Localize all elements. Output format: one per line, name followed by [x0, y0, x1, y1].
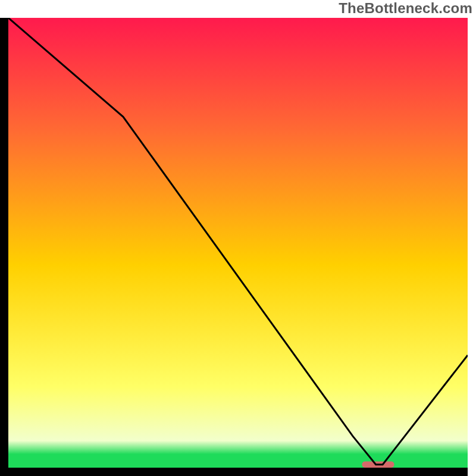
plot-area: [8, 18, 468, 468]
x-axis: [0, 468, 468, 476]
gradient-background: [8, 18, 468, 468]
bottleneck-chart: [0, 0, 476, 476]
y-axis: [0, 18, 8, 476]
chart-container: TheBottleneck.com: [0, 0, 476, 476]
watermark-text: TheBottleneck.com: [339, 0, 472, 17]
